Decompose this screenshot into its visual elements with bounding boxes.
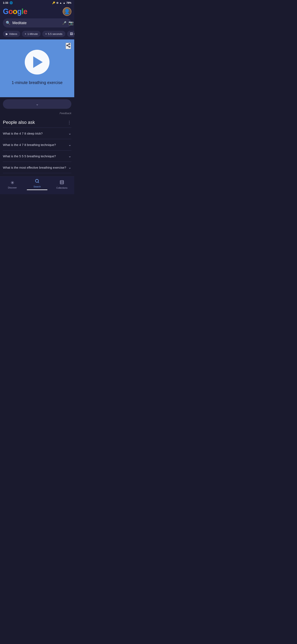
svg-line-4 [68,44,69,45]
chip-55seconds[interactable]: + 5.5 seconds [42,31,65,37]
paa-item-2[interactable]: What is the 4 7 8 breathing technique? ⌄ [3,139,71,150]
paa-title: People also ask [3,120,35,125]
share-button[interactable] [66,43,71,49]
plus-icon-2: + [45,32,47,36]
status-bar: 1:33 🌐 🔑 ⊖ ▲ ▲ 78% [0,0,74,6]
avatar-image: 👤 [63,8,71,16]
chip-1minute-label: 1-Minute [27,32,38,36]
avatar[interactable]: 👤 [63,7,71,16]
signal-icon: ▲ [63,2,65,4]
plus-icon-1: + [25,32,26,36]
status-right: 🔑 ⊖ ▲ ▲ 78% [52,2,71,4]
minus-circle-icon: ⊖ [56,2,58,4]
nav-discover[interactable]: ✳ Discover [0,180,25,189]
search-nav-icon [35,179,39,184]
paa-question-1: What is the 4 7 8 sleep trick? [3,132,68,135]
nav-collections[interactable]: Collections [49,180,74,189]
svg-rect-7 [60,180,64,184]
chip-videos[interactable]: ▶ Videos [3,31,20,37]
video-title: 1-minute breathing exercise [12,80,63,85]
expand-button[interactable]: ⌄ [3,99,71,109]
chevron-down-icon-4: ⌄ [68,165,71,170]
chevron-down-icon: ⌄ [36,102,39,106]
chevron-down-icon-3: ⌄ [68,154,71,158]
battery-status: 78% [66,2,71,4]
collections-icon [60,180,64,186]
chip-images[interactable]: 🖼 Images [67,31,74,37]
chip-images-label: Images [74,32,74,36]
bottom-nav: ✳ Discover Search Collections [0,176,74,194]
svg-line-3 [68,46,69,46]
nav-search-label: Search [34,185,41,188]
paa-question-3: What is the 5 5 5 breathing technique? [3,154,68,158]
chip-1minute[interactable]: + 1-Minute [22,31,41,37]
paa-item-3[interactable]: What is the 5 5 5 breathing technique? ⌄ [3,150,71,162]
paa-item-1[interactable]: What is the 4 7 8 sleep trick? ⌄ [3,128,71,139]
feedback-label[interactable]: Feedback [60,112,71,115]
chip-videos-label: Videos [9,32,17,36]
play-triangle-icon [33,56,43,68]
search-input[interactable] [12,21,60,25]
lens-icon[interactable]: 📷 [68,20,74,26]
chevron-down-icon-1: ⌄ [68,131,71,136]
feedback-row: Feedback [0,111,74,116]
nav-search[interactable]: Search [25,179,49,190]
paa-header: People also ask ⋮ [3,120,71,125]
wifi-icon: ▲ [59,2,62,4]
expand-section: ⌄ [0,97,74,111]
paa-more-button[interactable]: ⋮ [67,120,71,125]
paa-question-2: What is the 4 7 8 breathing technique? [3,143,68,146]
paa-section: People also ask ⋮ What is the 4 7 8 slee… [0,116,74,176]
nav-discover-label: Discover [8,186,17,189]
status-time: 1:33 [3,1,8,4]
nav-collections-label: Collections [56,186,67,189]
paa-item-4[interactable]: What is the most effective breathing exe… [3,162,71,173]
active-indicator [27,190,47,190]
header: Google 👤 [0,6,74,18]
chip-55seconds-label: 5.5 seconds [48,32,62,36]
mic-icon[interactable]: 🎤 [62,21,66,25]
google-logo: Google [3,7,27,16]
key-icon: 🔑 [52,2,55,4]
video-card: 1-minute breathing exercise [0,40,74,97]
search-icon: 🔍 [6,21,10,25]
filter-chips: ▶ Videos + 1-Minute + 5.5 seconds 🖼 Imag… [0,30,74,40]
world-icon: 🌐 [9,1,13,4]
discover-icon: ✳ [10,180,14,186]
play-button[interactable] [25,50,49,74]
video-chip-icon: ▶ [6,32,8,36]
status-left: 1:33 🌐 [3,1,13,4]
svg-line-6 [38,182,39,183]
image-chip-icon: 🖼 [70,32,73,36]
paa-question-4: What is the most effective breathing exe… [3,166,68,169]
search-bar[interactable]: 🔍 🎤 📷 [3,18,71,28]
chevron-down-icon-2: ⌄ [68,142,71,147]
search-container: 🔍 🎤 📷 [0,18,74,30]
